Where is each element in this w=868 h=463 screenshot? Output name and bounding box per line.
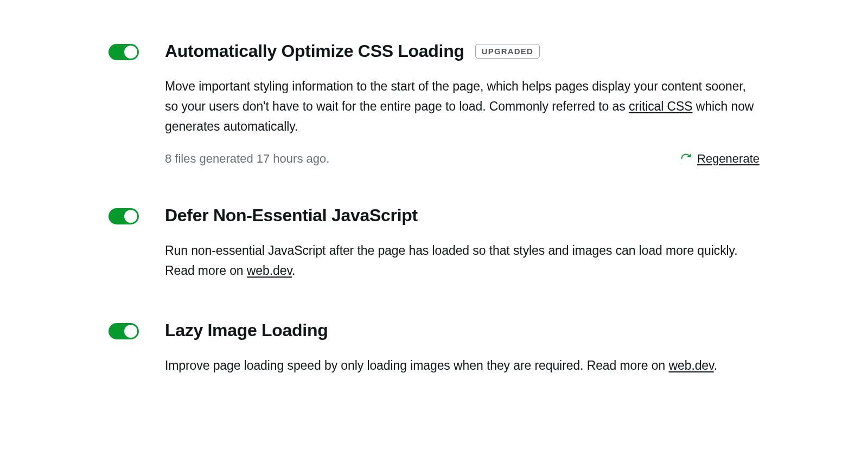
desc-text-post: . xyxy=(714,358,717,372)
refresh-icon xyxy=(680,153,692,164)
webdev-link[interactable]: web.dev xyxy=(669,358,714,372)
desc-text-post: . xyxy=(292,263,295,278)
toggle-knob xyxy=(124,46,137,59)
critical-css-link[interactable]: critical CSS xyxy=(629,99,693,113)
setting-description: Run non-essential JavaScript after the p… xyxy=(165,241,760,281)
generation-status: 8 files generated 17 hours ago. xyxy=(165,152,329,166)
toggle-knob xyxy=(124,325,137,338)
toggle-knob xyxy=(124,210,137,223)
regenerate-button[interactable]: Regenerate xyxy=(680,152,760,166)
setting-lazy-images: Lazy Image Loading Improve page loading … xyxy=(108,320,760,376)
desc-text-pre: Improve page loading speed by only loadi… xyxy=(165,358,669,372)
setting-description: Move important styling information to th… xyxy=(165,76,760,136)
toggle-defer-js[interactable] xyxy=(108,208,139,224)
setting-title: Lazy Image Loading xyxy=(165,320,328,340)
toggle-lazy-images[interactable] xyxy=(108,323,139,339)
setting-defer-js: Defer Non-Essential JavaScript Run non-e… xyxy=(108,205,760,281)
setting-description: Improve page loading speed by only loadi… xyxy=(165,356,760,376)
webdev-link[interactable]: web.dev xyxy=(247,263,292,278)
setting-optimize-css: Automatically Optimize CSS Loading UPGRA… xyxy=(108,41,760,166)
setting-title: Defer Non-Essential JavaScript xyxy=(165,205,418,226)
toggle-optimize-css[interactable] xyxy=(108,44,139,60)
upgraded-badge: UPGRADED xyxy=(475,44,540,59)
setting-title: Automatically Optimize CSS Loading xyxy=(165,41,464,61)
regenerate-label: Regenerate xyxy=(697,152,760,166)
